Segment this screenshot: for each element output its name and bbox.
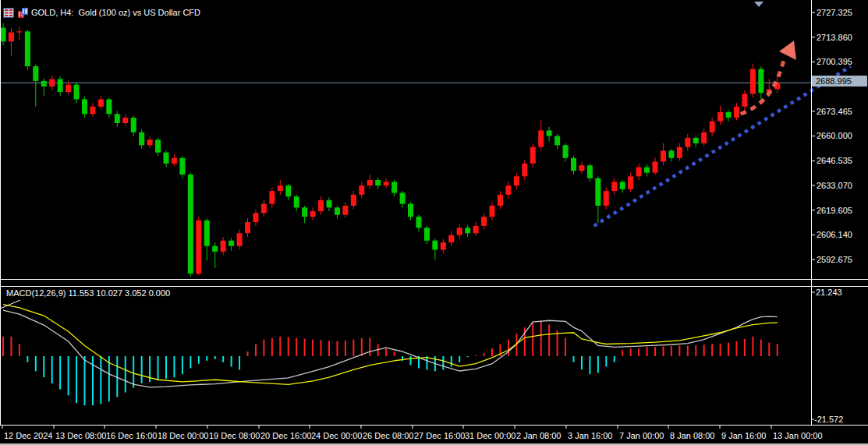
- scroll-to-end-marker-icon[interactable]: [754, 2, 763, 7]
- time-label: 31 Dec 00:00: [465, 431, 515, 440]
- chart-title: GOLD, H4: Gold (100 oz) vs US Dollar CFD: [31, 8, 200, 17]
- candle-body: [628, 176, 633, 189]
- candle-body: [115, 114, 120, 123]
- candle-body: [701, 132, 707, 143]
- candle-body: [196, 221, 201, 274]
- candle-body: [742, 94, 747, 106]
- candle-body: [294, 196, 299, 207]
- candle-body: [367, 180, 373, 185]
- macd-indicator-label: MACD(12,26,9) 11.553 10.027 3.052 0.000: [6, 288, 170, 298]
- candle-body: [400, 192, 406, 203]
- time-label: 3 Jan 16:00: [568, 431, 613, 440]
- macd-histogram: [3, 321, 778, 405]
- candle-body: [82, 99, 87, 114]
- macd-axis-bottom-label: -21.572: [814, 415, 843, 424]
- candle-body: [1, 28, 6, 42]
- candle-body: [285, 185, 291, 196]
- price-label: 2619.605: [817, 206, 852, 215]
- candle-body: [66, 85, 71, 92]
- candles: [1, 23, 781, 277]
- candle-body: [106, 99, 112, 114]
- candle-body: [644, 168, 650, 173]
- candle-body: [693, 138, 699, 143]
- candle-body: [726, 112, 732, 118]
- chart-window: GOLD, H4: Gold (100 oz) vs US Dollar CFD…: [0, 0, 868, 445]
- candle-body: [490, 206, 495, 217]
- candle-body: [98, 99, 104, 106]
- candle-body: [522, 164, 527, 176]
- candle-body: [611, 182, 617, 191]
- candle-body: [481, 217, 487, 226]
- candle-body: [204, 221, 210, 246]
- candle-body: [375, 180, 381, 185]
- chart-canvas[interactable]: [0, 0, 868, 445]
- candle-body: [90, 107, 95, 114]
- time-label: 16 Dec 16:00: [106, 431, 157, 440]
- price-label: 2673.465: [817, 107, 852, 116]
- candle-body: [237, 233, 243, 245]
- price-label: 2633.070: [817, 181, 852, 190]
- time-label: 27 Dec 16:00: [414, 431, 465, 440]
- candle-body: [49, 79, 55, 87]
- candle-body: [318, 200, 324, 211]
- candle-body: [147, 140, 153, 145]
- candle-body: [327, 200, 332, 207]
- time-label: 7 Jan 00:00: [619, 431, 664, 440]
- candle-body: [498, 195, 503, 206]
- candle-body: [457, 228, 462, 235]
- candle-body: [221, 241, 226, 252]
- candle-body: [668, 150, 674, 157]
- candle-body: [245, 222, 250, 233]
- price-label: 2606.140: [817, 230, 852, 239]
- candle-body: [25, 31, 30, 66]
- candle-body: [734, 107, 739, 118]
- candle-body: [587, 165, 593, 178]
- candle-body: [677, 147, 682, 158]
- candle-body: [302, 207, 307, 217]
- time-label: 20 Dec 16:00: [260, 431, 311, 440]
- candle-body: [351, 195, 356, 206]
- time-label: 8 Jan 08:00: [670, 431, 715, 440]
- candle-body: [139, 132, 144, 145]
- candle-body: [179, 158, 185, 175]
- chart-window-icon: [17, 8, 28, 18]
- macd-signal-line: [3, 305, 778, 385]
- time-label: 26 Dec 08:00: [363, 431, 413, 440]
- candle-body: [685, 138, 690, 147]
- price-label: 2727.325: [817, 8, 852, 17]
- candle-body: [424, 228, 430, 240]
- price-label: 2646.535: [817, 156, 852, 165]
- candle-body: [653, 161, 658, 172]
- quote-table-icon: [3, 8, 14, 18]
- arrow-up-head-icon[interactable]: [779, 41, 796, 60]
- price-label: 2592.675: [817, 255, 852, 264]
- candle-body: [465, 228, 470, 233]
- price-label: 2713.860: [817, 33, 852, 42]
- candle-body: [514, 176, 519, 185]
- candle-body: [554, 136, 560, 145]
- candle-body: [58, 79, 63, 92]
- candle-body: [164, 153, 169, 164]
- trendline-up[interactable]: [594, 66, 851, 226]
- candle-body: [9, 32, 14, 41]
- candle-body: [384, 182, 389, 185]
- price-label: 2700.395: [817, 57, 852, 66]
- candle-body: [505, 185, 511, 195]
- candle-body: [563, 145, 569, 157]
- panel-frame: [0, 0, 868, 429]
- candle-body: [269, 191, 275, 203]
- candle-body: [335, 207, 340, 214]
- candle-body: [538, 130, 544, 147]
- candle-body: [33, 66, 38, 81]
- candle-body: [530, 147, 536, 164]
- time-label: 2 Jan 08:00: [516, 431, 562, 440]
- candle-body: [758, 69, 763, 94]
- candle-body: [212, 246, 218, 252]
- candle-body: [547, 130, 552, 136]
- time-label: 19 Dec 08:00: [209, 431, 260, 440]
- price-label: 2660.000: [817, 131, 852, 140]
- chart-title-bar: GOLD, H4: Gold (100 oz) vs US Dollar CFD: [3, 6, 200, 19]
- candle-body: [620, 182, 625, 189]
- candle-body: [441, 242, 446, 249]
- candle-body: [172, 158, 177, 164]
